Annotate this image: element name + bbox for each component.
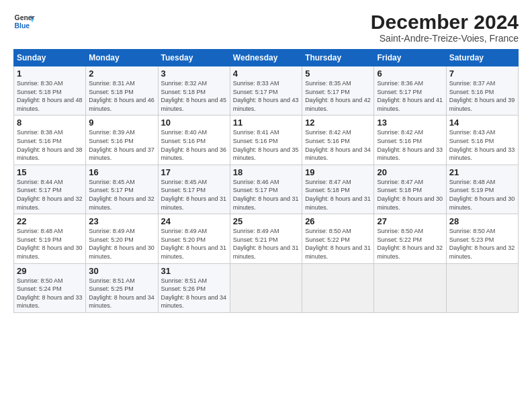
day-cell: 8Sunrise: 8:38 AMSunset: 5:16 PMDaylight…: [14, 116, 86, 165]
day-info: Sunrise: 8:38 AMSunset: 5:16 PMDaylight:…: [17, 129, 83, 161]
day-cell: 15Sunrise: 8:44 AMSunset: 5:17 PMDayligh…: [14, 165, 86, 214]
day-cell: 27Sunrise: 8:50 AMSunset: 5:22 PMDayligh…: [374, 214, 446, 263]
col-header-sunday: Sunday: [14, 50, 86, 66]
day-number: 18: [233, 167, 299, 177]
subtitle: Saint-Andre-Treize-Voies, France: [371, 33, 519, 44]
day-cell: 11Sunrise: 8:41 AMSunset: 5:16 PMDayligh…: [230, 116, 302, 165]
col-header-wednesday: Wednesday: [230, 50, 302, 66]
day-cell: [302, 263, 374, 312]
day-number: 16: [89, 167, 154, 177]
day-number: 12: [305, 118, 371, 128]
day-info: Sunrise: 8:47 AMSunset: 5:18 PMDaylight:…: [377, 179, 443, 211]
day-info: Sunrise: 8:46 AMSunset: 5:17 PMDaylight:…: [233, 179, 299, 211]
day-cell: [230, 263, 302, 312]
col-header-saturday: Saturday: [446, 50, 518, 66]
day-number: 3: [161, 68, 227, 79]
day-number: 14: [449, 118, 515, 128]
day-number: 9: [89, 118, 154, 128]
day-cell: 19Sunrise: 8:47 AMSunset: 5:18 PMDayligh…: [302, 165, 374, 214]
day-info: Sunrise: 8:30 AMSunset: 5:18 PMDaylight:…: [17, 80, 83, 112]
day-cell: 12Sunrise: 8:42 AMSunset: 5:16 PMDayligh…: [302, 116, 374, 165]
main-title: December 2024: [371, 11, 519, 33]
day-info: Sunrise: 8:37 AMSunset: 5:16 PMDaylight:…: [449, 80, 515, 112]
day-info: Sunrise: 8:51 AMSunset: 5:25 PMDaylight:…: [89, 277, 154, 310]
day-info: Sunrise: 8:45 AMSunset: 5:17 PMDaylight:…: [161, 179, 227, 211]
day-cell: 3Sunrise: 8:32 AMSunset: 5:18 PMDaylight…: [158, 66, 230, 116]
day-number: 4: [233, 68, 299, 79]
week-row-1: 8Sunrise: 8:38 AMSunset: 5:16 PMDaylight…: [14, 116, 519, 165]
day-cell: 6Sunrise: 8:36 AMSunset: 5:17 PMDaylight…: [374, 66, 446, 116]
day-info: Sunrise: 8:49 AMSunset: 5:21 PMDaylight:…: [233, 228, 299, 260]
col-header-thursday: Thursday: [302, 50, 374, 66]
day-cell: 21Sunrise: 8:48 AMSunset: 5:19 PMDayligh…: [446, 165, 518, 214]
day-number: 31: [161, 266, 227, 276]
day-cell: 22Sunrise: 8:48 AMSunset: 5:19 PMDayligh…: [14, 214, 86, 263]
day-cell: [446, 263, 518, 312]
day-cell: 25Sunrise: 8:49 AMSunset: 5:21 PMDayligh…: [230, 214, 302, 263]
day-info: Sunrise: 8:50 AMSunset: 5:24 PMDaylight:…: [17, 277, 83, 310]
day-cell: 20Sunrise: 8:47 AMSunset: 5:18 PMDayligh…: [374, 165, 446, 214]
day-info: Sunrise: 8:48 AMSunset: 5:19 PMDaylight:…: [17, 228, 83, 260]
day-info: Sunrise: 8:44 AMSunset: 5:17 PMDaylight:…: [17, 179, 83, 211]
day-number: 1: [17, 68, 83, 79]
day-number: 2: [89, 68, 154, 79]
col-header-friday: Friday: [374, 50, 446, 66]
day-cell: 23Sunrise: 8:49 AMSunset: 5:20 PMDayligh…: [86, 214, 158, 263]
day-number: 7: [449, 68, 515, 79]
day-cell: 1Sunrise: 8:30 AMSunset: 5:18 PMDaylight…: [14, 66, 86, 116]
day-info: Sunrise: 8:49 AMSunset: 5:20 PMDaylight:…: [89, 228, 154, 260]
day-info: Sunrise: 8:48 AMSunset: 5:19 PMDaylight:…: [449, 179, 515, 211]
header: General Blue December 2024 Saint-Andre-T…: [13, 11, 519, 44]
day-number: 10: [161, 118, 227, 128]
day-info: Sunrise: 8:42 AMSunset: 5:16 PMDaylight:…: [305, 129, 371, 161]
day-cell: 2Sunrise: 8:31 AMSunset: 5:18 PMDaylight…: [86, 66, 158, 116]
day-cell: 30Sunrise: 8:51 AMSunset: 5:25 PMDayligh…: [86, 263, 158, 312]
day-info: Sunrise: 8:49 AMSunset: 5:20 PMDaylight:…: [161, 228, 227, 260]
day-cell: 9Sunrise: 8:39 AMSunset: 5:16 PMDaylight…: [86, 116, 158, 165]
day-info: Sunrise: 8:31 AMSunset: 5:18 PMDaylight:…: [89, 80, 154, 112]
day-number: 11: [233, 118, 299, 128]
day-cell: 7Sunrise: 8:37 AMSunset: 5:16 PMDaylight…: [446, 66, 518, 116]
day-info: Sunrise: 8:47 AMSunset: 5:18 PMDaylight:…: [305, 179, 371, 211]
day-number: 15: [17, 167, 83, 177]
day-info: Sunrise: 8:36 AMSunset: 5:17 PMDaylight:…: [377, 80, 443, 112]
day-cell: 14Sunrise: 8:43 AMSunset: 5:16 PMDayligh…: [446, 116, 518, 165]
week-row-4: 29Sunrise: 8:50 AMSunset: 5:24 PMDayligh…: [14, 263, 519, 312]
day-info: Sunrise: 8:45 AMSunset: 5:17 PMDaylight:…: [89, 179, 154, 211]
logo: General Blue: [13, 11, 35, 32]
calendar-table: SundayMondayTuesdayWednesdayThursdayFrid…: [13, 49, 519, 313]
day-cell: 4Sunrise: 8:33 AMSunset: 5:17 PMDaylight…: [230, 66, 302, 116]
day-number: 23: [89, 216, 154, 226]
day-number: 19: [305, 167, 371, 177]
day-number: 30: [89, 266, 154, 276]
day-number: 21: [449, 167, 515, 177]
day-info: Sunrise: 8:39 AMSunset: 5:16 PMDaylight:…: [89, 129, 154, 161]
col-header-tuesday: Tuesday: [158, 50, 230, 66]
day-info: Sunrise: 8:50 AMSunset: 5:23 PMDaylight:…: [449, 228, 515, 260]
day-cell: 17Sunrise: 8:45 AMSunset: 5:17 PMDayligh…: [158, 165, 230, 214]
day-info: Sunrise: 8:42 AMSunset: 5:16 PMDaylight:…: [377, 129, 443, 161]
day-number: 22: [17, 216, 83, 226]
day-number: 24: [161, 216, 227, 226]
day-info: Sunrise: 8:35 AMSunset: 5:17 PMDaylight:…: [305, 80, 371, 112]
day-info: Sunrise: 8:40 AMSunset: 5:16 PMDaylight:…: [161, 129, 227, 161]
col-header-monday: Monday: [86, 50, 158, 66]
svg-text:Blue: Blue: [15, 22, 30, 30]
day-cell: 18Sunrise: 8:46 AMSunset: 5:17 PMDayligh…: [230, 165, 302, 214]
day-info: Sunrise: 8:51 AMSunset: 5:26 PMDaylight:…: [161, 277, 227, 310]
day-cell: [374, 263, 446, 312]
day-number: 6: [377, 68, 443, 79]
day-number: 29: [17, 266, 83, 276]
week-row-2: 15Sunrise: 8:44 AMSunset: 5:17 PMDayligh…: [14, 165, 519, 214]
day-cell: 5Sunrise: 8:35 AMSunset: 5:17 PMDaylight…: [302, 66, 374, 116]
day-cell: 24Sunrise: 8:49 AMSunset: 5:20 PMDayligh…: [158, 214, 230, 263]
day-cell: 16Sunrise: 8:45 AMSunset: 5:17 PMDayligh…: [86, 165, 158, 214]
day-cell: 29Sunrise: 8:50 AMSunset: 5:24 PMDayligh…: [14, 263, 86, 312]
day-number: 28: [449, 216, 515, 226]
day-info: Sunrise: 8:50 AMSunset: 5:22 PMDaylight:…: [305, 228, 371, 260]
day-cell: 28Sunrise: 8:50 AMSunset: 5:23 PMDayligh…: [446, 214, 518, 263]
day-number: 26: [305, 216, 371, 226]
day-number: 13: [377, 118, 443, 128]
day-number: 25: [233, 216, 299, 226]
logo-icon: General Blue: [13, 11, 35, 32]
